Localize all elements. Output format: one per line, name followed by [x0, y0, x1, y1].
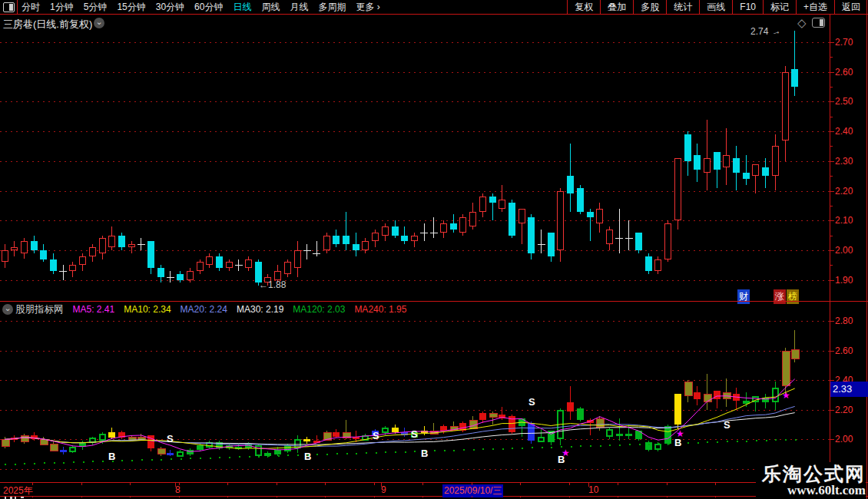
action-复权[interactable]: 复权	[567, 0, 600, 14]
ma120-dot	[502, 448, 504, 450]
ma120-dot	[210, 458, 211, 459]
period-tab-更多 ›[interactable]: 更多 ›	[356, 0, 379, 14]
period-tab-日线[interactable]: 日线	[233, 0, 251, 14]
panel-toggle-icon[interactable]	[812, 18, 825, 28]
timeline-minor-tick	[667, 483, 668, 485]
timeline-bar[interactable]: 2025年892025/09/10/三10	[0, 482, 868, 497]
ma120-dot	[795, 439, 797, 441]
bottom-tick	[179, 496, 180, 497]
candle-body-up	[499, 200, 505, 209]
sub-candle-wick	[707, 374, 707, 409]
sub-candle-body	[294, 439, 301, 448]
gridline-sub	[0, 321, 830, 322]
candle-body-up	[557, 191, 564, 250]
ma120-dot	[414, 451, 416, 452]
action-返回[interactable]: 返回	[834, 0, 867, 14]
ma120-dot	[434, 450, 436, 451]
ma-legend-item: MA5: 2.41	[73, 304, 115, 315]
axis-label-sub: 2.60	[835, 345, 866, 356]
sub-candle-body	[167, 453, 174, 455]
axis-label-sub: 2.00	[835, 434, 866, 444]
ma120-dot	[219, 457, 220, 458]
diamond-icon[interactable]: ◇	[797, 16, 807, 30]
status-fragment	[21, 497, 24, 498]
period-tab-1分钟[interactable]: 1分钟	[50, 0, 74, 14]
period-tab-分时[interactable]: 分时	[22, 0, 40, 14]
axis-label-main: 2.10	[835, 215, 866, 226]
ma120-dot	[151, 459, 153, 461]
timeline-minor-tick	[472, 483, 472, 485]
chevron-down-circle-icon[interactable]: ⌄	[94, 18, 104, 28]
window-split-icon[interactable]	[0, 0, 18, 14]
timeline-label[interactable]: 8	[175, 484, 181, 495]
period-tab-多周期[interactable]: 多周期	[318, 0, 346, 14]
sub-candle-body	[157, 448, 166, 454]
sub-candle-body	[99, 434, 106, 441]
candle-body-up	[79, 256, 86, 266]
gridline-sub	[0, 469, 830, 470]
sub-candle-body	[362, 435, 369, 441]
period-tab-周线[interactable]: 周线	[261, 0, 280, 14]
timeline-label[interactable]: 10	[588, 484, 598, 495]
candle-body-up	[21, 241, 28, 253]
period-tab-60分钟[interactable]: 60分钟	[194, 0, 223, 14]
ma120-dot	[766, 440, 767, 441]
ma-legend-item: MA30: 2.19	[237, 304, 283, 315]
sub-candle-body	[392, 428, 399, 432]
candle-body-up	[518, 209, 525, 223]
action-+自选[interactable]: +自选	[796, 0, 834, 14]
sub-candle-body	[79, 442, 86, 447]
sub-candle-body	[752, 396, 759, 402]
candle-body-up	[459, 217, 466, 232]
collapse-indicator-icon[interactable]: ⌄	[2, 304, 13, 315]
candle-wick	[433, 217, 434, 238]
watermark-site-name: 乐淘公式网	[762, 464, 866, 484]
period-tab-月线[interactable]: 月线	[290, 0, 308, 14]
sub-candle-body	[147, 435, 154, 448]
candle-body-down	[714, 152, 721, 170]
sub-candle-body	[499, 415, 505, 419]
bottom-tick	[277, 496, 277, 497]
period-tab-15分钟[interactable]: 15分钟	[117, 0, 145, 14]
sub-candle-body	[548, 431, 555, 442]
action-叠加[interactable]: 叠加	[600, 0, 633, 14]
timeline-label[interactable]: 9	[381, 484, 386, 495]
candle-body-up	[606, 230, 613, 244]
bang-badge[interactable]: 榜	[787, 289, 799, 304]
sell-signal-label: S	[411, 428, 418, 440]
period-tab-5分钟[interactable]: 5分钟	[84, 0, 108, 14]
action-标记[interactable]: 标记	[763, 0, 796, 14]
candle-body-down	[40, 250, 47, 259]
candle-body-up	[782, 72, 789, 140]
watermark: 乐淘公式网 www.60lt.com	[756, 462, 866, 497]
buy-signal-label: B	[304, 451, 311, 462]
zhang-badge[interactable]: 涨	[774, 289, 786, 304]
stock-title: 三房巷(日线.前复权)	[3, 18, 92, 31]
ma120-dot	[376, 452, 377, 454]
ma120-dot	[444, 450, 446, 451]
axis-label-main: 2.50	[835, 96, 866, 107]
candle-body-up	[89, 247, 96, 256]
sub-candle-body	[450, 426, 459, 431]
action-F10[interactable]: F10	[732, 0, 763, 14]
sub-candle-body	[557, 410, 564, 440]
candle-body-down	[791, 69, 798, 87]
period-tab-30分钟[interactable]: 30分钟	[156, 0, 184, 14]
sub-candle-body	[108, 432, 115, 438]
cai-badge[interactable]: 财	[737, 289, 750, 304]
sell-signal-label: S	[373, 430, 379, 441]
action-多股[interactable]: 多股	[633, 0, 666, 14]
ma120-dot	[590, 445, 591, 447]
indicator-name[interactable]: 股朋指标网	[15, 303, 64, 316]
current-price-badge: 2.33	[830, 382, 868, 397]
gridline-main	[0, 131, 830, 132]
candle-wick	[346, 212, 346, 250]
candle-wick	[63, 265, 64, 279]
ma120-dot	[356, 453, 357, 454]
ma120-dot	[571, 446, 572, 448]
action-统计[interactable]: 统计	[666, 0, 699, 14]
action-画线[interactable]: 画线	[699, 0, 732, 14]
gridline-main	[0, 101, 830, 102]
candle-body-down	[762, 167, 769, 177]
bottom-tick	[618, 496, 618, 497]
